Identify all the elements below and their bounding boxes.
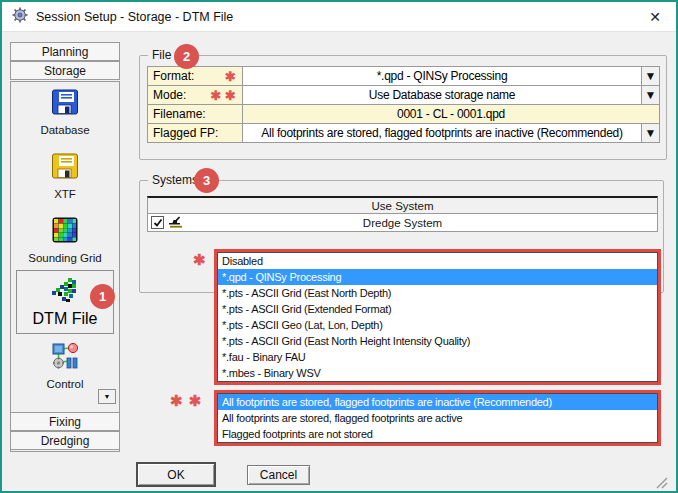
format-option[interactable]: *.pts - ASCII Geo (Lat, Lon, Depth) [218,317,657,333]
mode-label: Mode: [153,88,186,102]
file-settings-table: Format: ✱ *.qpd - QINSy Processing ▼ Mod… [147,66,660,143]
flagged-fp-label-cell: Flagged FP: [148,124,243,143]
ok-button[interactable]: OK [137,463,215,486]
format-row: Format: ✱ *.qpd - QINSy Processing ▼ [148,67,660,86]
planning-label: Planning [42,45,89,59]
annotation-step-3: 3 [194,168,219,193]
format-option[interactable]: *.mbes - Binary WSV [218,365,657,381]
use-system-header: Use System [147,196,658,214]
dtm-mesh-icon [48,276,82,310]
sidebar-item-fixing[interactable]: Fixing [10,412,120,431]
flagged-options-annotation-box: All footprints are stored, flagged footp… [214,390,661,446]
dialog-window: Session Setup - Storage - DTM File ✕ Pla… [0,0,678,493]
resize-grip[interactable] [654,475,668,489]
format-option[interactable]: *.pts - ASCII Grid (East North Height In… [218,333,657,349]
format-options-annotation-box: Disabled *.qpd - QINSy Processing *.pts … [214,249,661,385]
file-group-title: File [148,48,175,62]
format-label: Format: [153,69,194,83]
title-bar: Session Setup - Storage - DTM File ✕ [2,2,676,32]
flagged-fp-label: Flagged FP: [153,126,218,140]
chevron-down-icon: ▼ [645,88,657,102]
annotation-step-1: 1 [90,284,115,309]
use-system-checkbox[interactable] [151,216,164,229]
control-icon [50,341,80,375]
flagged-option[interactable]: Flagged footprints are not stored [218,426,657,442]
dredging-label: Dredging [41,434,90,448]
floppy-blue-icon [50,87,80,121]
sidebar-item-planning[interactable]: Planning [10,42,120,61]
mode-label-cell: Mode: ✱ ✱ [148,86,243,105]
app-gear-icon [12,7,28,27]
mode-dropdown-arrow[interactable]: ▼ [642,86,660,105]
fixing-label: Fixing [49,415,81,429]
format-required-marker-large: ✱ [193,251,207,269]
chevron-down-icon: ▼ [104,393,111,400]
dialog-body: Planning Storage Database [2,32,676,491]
format-dropdown-arrow[interactable]: ▼ [642,67,660,86]
dredge-system-row[interactable]: Dredge System [147,214,658,232]
format-option-selected[interactable]: *.qpd - QINSy Processing [218,269,657,285]
filename-value: 0001 - CL - 0001.qpd [243,105,660,124]
file-groupbox: File Format: ✱ *.qpd - QINSy Processing … [139,55,667,160]
sidebar-item-sounding-grid[interactable]: Sounding Grid [11,215,119,264]
flagged-option-selected[interactable]: All footprints are stored, flagged footp… [218,394,657,410]
format-option[interactable]: *.pts - ASCII Grid (Extended Format) [218,301,657,317]
sounding-grid-label: Sounding Grid [28,252,102,264]
flagged-option[interactable]: All footprints are stored, flagged footp… [218,410,657,426]
close-icon[interactable]: ✕ [644,6,666,28]
sidebar-item-storage[interactable]: Storage [10,61,120,80]
dtm-file-label: DTM File [33,310,98,328]
filename-label-cell: Filename: [148,105,243,124]
sidebar-item-dredging[interactable]: Dredging [10,431,120,450]
xtf-label: XTF [54,188,76,200]
format-required-marker: ✱ [225,69,236,84]
dredge-system-label: Dredge System [148,217,657,229]
format-option[interactable]: *.fau - Binary FAU [218,349,657,365]
floppy-yellow-icon [50,151,80,185]
storage-label: Storage [44,64,86,78]
window-title: Session Setup - Storage - DTM File [36,10,233,24]
flagged-fp-dropdown[interactable]: All footprints are stored, flagged footp… [243,124,642,143]
format-label-cell: Format: ✱ [148,67,243,86]
mode-row: Mode: ✱ ✱ Use Database storage name ▼ [148,86,660,105]
filename-row: Filename: 0001 - CL - 0001.qpd [148,105,660,124]
flagged-fp-dropdown-arrow[interactable]: ▼ [642,124,660,143]
database-label: Database [40,124,89,136]
format-option[interactable]: *.pts - ASCII Grid (East North Depth) [218,285,657,301]
mode-dropdown[interactable]: Use Database storage name [243,86,642,105]
chevron-down-icon: ▼ [645,69,657,83]
chevron-down-icon: ▼ [645,126,657,140]
checkmark-icon [153,218,163,228]
format-dropdown[interactable]: *.qpd - QINSy Processing [243,67,642,86]
sidebar-item-control[interactable]: Control [11,341,119,390]
dredge-system-icon [167,214,184,232]
annotation-step-2: 2 [174,44,199,69]
flagged-options-list: All footprints are stored, flagged footp… [217,393,658,443]
sidebar-item-xtf[interactable]: XTF [11,151,119,200]
panel-scroll-down-button[interactable]: ▼ [98,389,116,404]
sounding-grid-icon [50,215,80,249]
flagged-fp-row: Flagged FP: All footprints are stored, f… [148,124,660,143]
cancel-button[interactable]: Cancel [247,465,310,485]
mode-required-marker: ✱ ✱ [211,88,236,103]
systems-table: Use System Dredge System [147,196,658,232]
storage-category-panel: Database XTF [10,81,120,452]
sidebar-item-database[interactable]: Database [11,87,119,136]
control-label: Control [46,378,83,390]
filename-label: Filename: [153,107,206,121]
format-option[interactable]: Disabled [218,253,657,269]
format-options-list: Disabled *.qpd - QINSy Processing *.pts … [217,252,658,382]
flagged-required-marker-large: ✱ ✱ [170,392,202,410]
